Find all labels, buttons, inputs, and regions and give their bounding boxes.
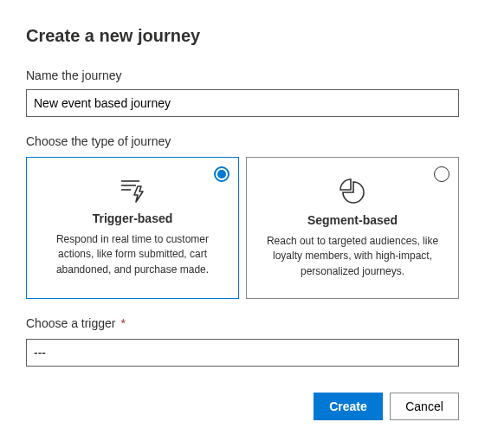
trigger-select-input[interactable] bbox=[26, 339, 459, 367]
trigger-label-text: Choose a trigger bbox=[26, 316, 116, 330]
trigger-icon bbox=[42, 179, 223, 203]
segment-icon bbox=[262, 179, 443, 205]
journey-type-segment-card[interactable]: Segment-based Reach out to targeted audi… bbox=[246, 157, 459, 299]
name-label: Name the journey bbox=[26, 68, 459, 82]
cancel-button[interactable]: Cancel bbox=[390, 393, 459, 420]
trigger-card-title: Trigger-based bbox=[42, 211, 223, 225]
radio-checked-icon bbox=[214, 166, 230, 182]
segment-card-desc: Reach out to targeted audiences, like lo… bbox=[262, 234, 443, 279]
page-title: Create a new journey bbox=[26, 26, 459, 46]
journey-type-trigger-card[interactable]: Trigger-based Respond in real time to cu… bbox=[26, 157, 239, 299]
journey-name-input[interactable] bbox=[26, 89, 459, 117]
trigger-label: Choose a trigger * bbox=[26, 316, 459, 330]
journey-type-label: Choose the type of journey bbox=[26, 134, 459, 148]
radio-unchecked-icon bbox=[434, 166, 449, 182]
segment-card-title: Segment-based bbox=[262, 213, 443, 227]
create-button[interactable]: Create bbox=[314, 393, 383, 420]
required-asterisk: * bbox=[120, 316, 125, 330]
trigger-card-desc: Respond in real time to customer actions… bbox=[42, 232, 223, 277]
